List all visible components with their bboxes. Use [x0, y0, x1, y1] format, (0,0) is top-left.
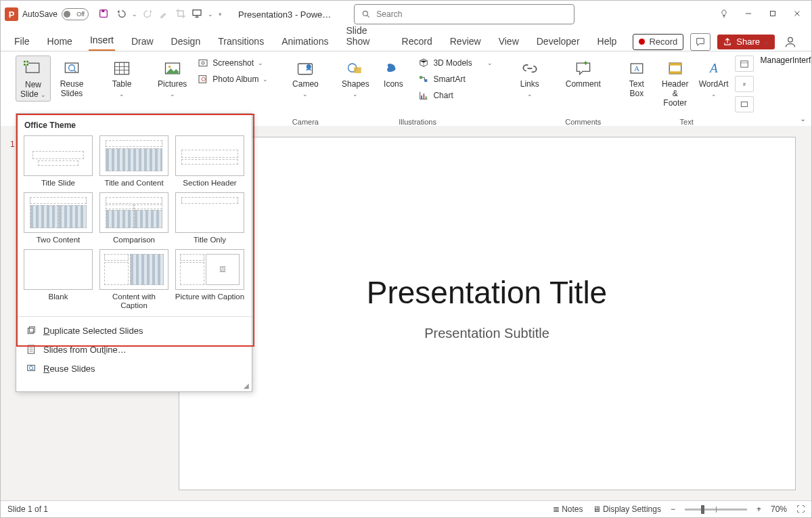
layout-comparison[interactable]: Comparison	[99, 192, 169, 245]
tab-review[interactable]: Review	[449, 36, 482, 51]
icons-button[interactable]: Icons	[376, 56, 410, 91]
svg-rect-38	[29, 327, 35, 332]
slide-number-button[interactable]: #	[735, 76, 754, 92]
qat-customize-icon[interactable]: ▾	[219, 11, 222, 18]
svg-text:A: A	[634, 64, 640, 72]
maximize-icon[interactable]	[768, 9, 777, 20]
svg-point-41	[29, 366, 32, 370]
tab-record[interactable]: Record	[401, 36, 434, 51]
minimize-icon[interactable]	[744, 9, 753, 20]
comments-pane-button[interactable]	[690, 33, 710, 51]
comment-button[interactable]: Comment	[563, 56, 604, 91]
svg-rect-34	[741, 102, 747, 107]
gallery-resize-grip[interactable]: ◢	[16, 382, 252, 391]
tab-draw[interactable]: Draw	[130, 36, 155, 51]
slide-subtitle[interactable]: Presentation Subtitle	[424, 326, 549, 341]
present-dropdown-icon[interactable]: ⌄	[208, 11, 213, 18]
tab-help[interactable]: Help	[596, 36, 618, 51]
tab-design[interactable]: Design	[170, 36, 202, 51]
svg-point-18	[307, 64, 311, 69]
svg-rect-23	[421, 95, 422, 99]
layout-picture-caption[interactable]: 🖼 Picture with Caption	[175, 249, 245, 311]
tab-insert[interactable]: Insert	[89, 35, 115, 51]
slides-from-outline-menuitem[interactable]: Slides from Outline…	[16, 340, 252, 359]
layout-title-content[interactable]: Title and Content	[99, 135, 169, 188]
search-box[interactable]: Search	[354, 4, 574, 24]
search-placeholder: Search	[376, 9, 402, 19]
svg-rect-32	[740, 61, 748, 67]
tab-home[interactable]: Home	[46, 36, 74, 51]
slide-thumb-number: 1	[10, 139, 15, 149]
fit-to-window-button[interactable]: ⛶	[796, 504, 805, 514]
layout-two-content[interactable]: Two Content	[23, 192, 93, 245]
photo-album-button[interactable]: Photo Album ⌄	[194, 72, 272, 87]
cameo-button[interactable]: Cameo⌄	[288, 56, 322, 100]
chart-button[interactable]: Chart	[414, 88, 496, 103]
notes-button[interactable]: ≣ Notes	[553, 504, 583, 514]
new-slide-gallery: Office Theme Title Slide Title and Conte…	[16, 113, 252, 392]
svg-rect-4	[771, 11, 775, 16]
present-icon[interactable]	[191, 8, 202, 21]
layout-title-slide[interactable]: Title Slide	[23, 135, 93, 188]
tab-developer[interactable]: Developer	[535, 36, 581, 51]
gallery-header: Office Theme	[16, 114, 252, 133]
save-icon[interactable]	[98, 8, 110, 20]
new-slide-button[interactable]: New Slide ⌄	[16, 56, 51, 102]
svg-rect-21	[420, 76, 422, 79]
svg-point-16	[202, 77, 205, 81]
svg-rect-1	[102, 10, 104, 12]
svg-point-14	[202, 62, 204, 64]
tab-slideshow[interactable]: Slide Show	[344, 25, 385, 51]
svg-point-9	[69, 65, 75, 71]
display-settings-button[interactable]: 🖥 Display Settings	[593, 504, 661, 514]
wordart-button[interactable]: A WordArt⌄	[697, 56, 731, 100]
smartart-button[interactable]: SmartArt	[414, 72, 496, 87]
slide-title[interactable]: Presentation Title	[367, 274, 607, 311]
record-button[interactable]: Record	[633, 34, 683, 50]
screenshot-button[interactable]: Screenshot ⌄	[194, 56, 272, 70]
zoom-in-button[interactable]: +	[757, 504, 761, 514]
reuse-slides-button[interactable]: Reuse Slides	[55, 56, 89, 100]
tab-transitions[interactable]: Transitions	[217, 36, 265, 51]
text-group-label: Text	[680, 118, 694, 126]
tab-view[interactable]: View	[497, 36, 520, 51]
autosave-toggle[interactable]: Off	[62, 8, 89, 20]
account-icon[interactable]	[782, 33, 799, 51]
undo-icon[interactable]	[116, 8, 127, 21]
layout-content-caption[interactable]: Content with Caption	[99, 249, 169, 311]
shapes-button[interactable]: Shapes⌄	[338, 56, 372, 100]
collapse-ribbon-icon[interactable]: ⌄	[800, 114, 806, 123]
object-button[interactable]	[735, 96, 754, 112]
links-button[interactable]: Links⌄	[513, 56, 547, 100]
svg-point-3	[363, 11, 368, 16]
slide-canvas[interactable]: Presentation Title Presentation Subtitle	[179, 137, 796, 490]
layout-title-only[interactable]: Title Only	[175, 192, 245, 245]
zoom-slider[interactable]	[685, 509, 747, 511]
duplicate-slides-menuitem[interactable]: Duplicate Selected Slides	[16, 321, 252, 340]
svg-point-5	[788, 37, 793, 42]
table-button[interactable]: Table⌄	[105, 56, 139, 100]
svg-rect-24	[424, 93, 425, 99]
tab-animations[interactable]: Animations	[280, 36, 330, 51]
undo-dropdown-icon[interactable]: ⌄	[132, 11, 137, 18]
document-title: Presentation3 - Powe…	[238, 9, 331, 20]
pictures-button[interactable]: Pictures⌄	[155, 56, 189, 100]
close-icon[interactable]	[792, 9, 802, 20]
textbox-button[interactable]: A Text Box	[620, 56, 654, 100]
svg-rect-2	[193, 9, 201, 15]
zoom-out-button[interactable]: −	[671, 504, 675, 514]
svg-text:A: A	[708, 61, 718, 75]
date-time-button[interactable]	[735, 56, 754, 72]
share-button[interactable]: Share⌄	[717, 35, 775, 49]
zoom-level[interactable]: 70%	[771, 504, 787, 514]
svg-rect-25	[426, 96, 427, 99]
header-footer-button[interactable]: Header & Footer	[658, 56, 693, 109]
3d-models-button[interactable]: 3D Models ⌄	[414, 56, 496, 70]
tab-file[interactable]: File	[13, 36, 31, 51]
layout-section-header[interactable]: Section Header	[175, 135, 245, 188]
reuse-slides-menuitem[interactable]: Reuse Slides	[16, 359, 252, 378]
lightbulb-icon[interactable]	[719, 9, 729, 20]
layout-blank[interactable]: Blank	[23, 249, 93, 311]
redo-icon[interactable]	[143, 8, 154, 21]
comments-group-label: Comments	[565, 118, 601, 126]
